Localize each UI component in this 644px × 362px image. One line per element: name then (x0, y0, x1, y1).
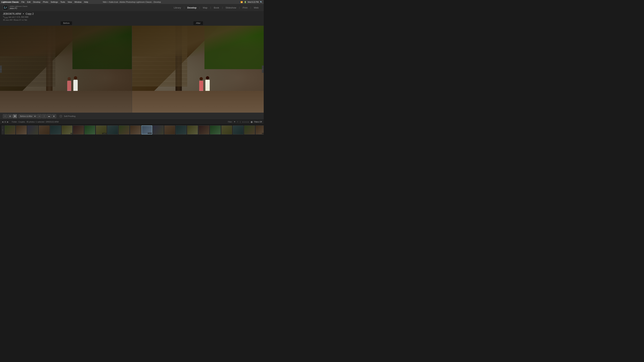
menu-help[interactable]: Help (84, 1, 88, 3)
film-thumb-15[interactable] (164, 125, 175, 134)
user-name: Jebin PJ (10, 7, 28, 9)
single-view-btn[interactable]: □ (3, 114, 7, 118)
left-panel-toggle[interactable]: ‹ (0, 65, 2, 73)
film-thumb-3[interactable] (27, 125, 38, 134)
after-label: After (194, 21, 203, 25)
filmstrip-left-arrow[interactable]: ‹ (2, 125, 4, 134)
flag-filter[interactable]: ⚑ (234, 121, 236, 123)
soft-proofing-label: Soft Proofing (64, 115, 76, 117)
flag-rejected[interactable]: ⚐ (237, 121, 238, 123)
film-thumb-14[interactable] (153, 125, 164, 134)
film-thumb-8[interactable] (84, 125, 95, 134)
filmstrip-next-btn[interactable]: ▶ (7, 121, 8, 123)
menu-develop[interactable]: Develop (33, 1, 40, 3)
film-thumb-17[interactable] (187, 125, 198, 134)
filmstrip-prev-btn[interactable]: ◀ (2, 121, 3, 123)
panel-labels: Before After (0, 21, 264, 26)
module-map[interactable]: Map (201, 5, 210, 10)
folder-info: Folder : Couples 85 photos / 1 selected … (12, 121, 59, 123)
before-panel (0, 26, 132, 113)
film-thumb-4[interactable] (39, 125, 50, 134)
menu-settings[interactable]: Settings (51, 1, 58, 3)
film-thumb-5[interactable] (50, 125, 61, 134)
film-thumb-22[interactable] (244, 125, 255, 134)
film-thumb-9[interactable]: 2 of 3 (96, 125, 107, 134)
battery-icon: 🔋 (244, 1, 246, 3)
filters-off-label: Filters Off (254, 121, 262, 123)
filter-controls: Filter: ⚑ ⚐ | ★★★★★ ⬤ Filters Off (228, 121, 262, 123)
search-icon[interactable]: 🔍 (260, 1, 262, 3)
film-thumb-10[interactable] (107, 125, 118, 134)
film-thumb-16[interactable] (176, 125, 186, 134)
layout-split-v-btn[interactable]: ▮ (52, 114, 56, 118)
exif-shutter: 1/1000 sec at ƒ / 2.5, ISO 800 (3, 15, 261, 19)
module-library[interactable]: Library (172, 5, 183, 10)
menu-photo[interactable]: Photo (43, 1, 48, 3)
film-thumb-21[interactable] (233, 125, 244, 134)
star-rating-filter[interactable]: ★★★★★ (242, 121, 249, 123)
badge-2of3: 2 of 3 (102, 133, 106, 134)
menu-file[interactable]: File (21, 1, 25, 3)
layout-split-h-btn[interactable]: ▬ (47, 114, 51, 118)
menu-edit[interactable]: Edit (27, 1, 30, 3)
menu-window[interactable]: Window (74, 1, 82, 3)
film-thumb-selected[interactable]: 2 of 2 (142, 125, 152, 134)
compare-view-btn[interactable]: ⊞ (13, 114, 17, 118)
module-book[interactable]: Book (212, 5, 221, 10)
system-icons: 📶 🔋 Wed 6:22 PM 🔍 (240, 1, 262, 3)
film-thumb-12[interactable] (130, 125, 141, 134)
film-thumb-19[interactable] (210, 125, 221, 134)
before-label: Before (61, 21, 72, 25)
film-thumb-1[interactable] (4, 125, 16, 134)
filter-label: Filter: (228, 121, 232, 123)
filmstrip-bar: ◀ ⊞ ▶ Folder : Couples 85 photos / 1 sel… (0, 119, 264, 124)
menu-view[interactable]: View (68, 1, 72, 3)
filmstrip-grid-btn[interactable]: ⊞ (4, 121, 6, 123)
window-title: Nitin + Katie.lrcat - Adobe Photoshop Li… (103, 0, 161, 4)
menu-tools[interactable]: Tools (60, 1, 65, 3)
compare-group: Before & After ▭ | ▬ ▮ (18, 114, 56, 118)
lr-logo: Lr Adobe Lightroom Classic Jebin PJ (3, 5, 28, 10)
lr-logo-box: Lr (3, 5, 8, 10)
film-thumb-7[interactable] (73, 125, 84, 134)
color-filter[interactable]: ⬤ (251, 121, 253, 123)
image-filename: JEB03676.ARW • Copy 2 (3, 12, 261, 15)
layout-horiz-btn[interactable]: ▭ (37, 114, 42, 118)
after-panel (132, 26, 264, 113)
badge-2of2: 2 of 2 (148, 133, 152, 134)
ground-after (132, 91, 264, 113)
right-panel-toggle[interactable]: › (262, 65, 264, 73)
before-photo (0, 26, 132, 113)
filmstrip: ‹ 2 2 of 3 2 of 2 (0, 124, 264, 135)
menu-bar: Lightroom Classic Nitin + Katie.lrcat - … (0, 0, 264, 4)
brand-name: Adobe Lightroom Classic (10, 5, 28, 7)
app-info: Adobe Lightroom Classic Jebin PJ (10, 5, 28, 9)
wifi-icon: 📶 (240, 1, 243, 3)
roof-before (0, 26, 132, 56)
module-web[interactable]: Web (252, 5, 261, 10)
film-thumb-11[interactable] (118, 125, 130, 134)
ground-before (0, 91, 132, 113)
module-develop[interactable]: Develop (185, 5, 199, 10)
layout-vert-btn[interactable]: | (42, 114, 46, 118)
app-name: Lightroom Classic (2, 1, 19, 3)
compare-select[interactable]: Before & After (18, 114, 36, 118)
film-thumb-20[interactable] (221, 125, 232, 134)
badge-last: 2 of 3 (262, 133, 264, 134)
film-thumb-2[interactable] (16, 125, 27, 134)
after-photo (132, 26, 264, 113)
film-thumb-6[interactable]: 2 (62, 125, 72, 134)
filmstrip-nav-controls: ◀ ⊞ ▶ (2, 121, 8, 123)
module-print[interactable]: Print (240, 5, 250, 10)
filter-divider: | (240, 121, 240, 123)
soft-proofing-checkbox[interactable] (60, 115, 62, 117)
image-info: JEB03676.ARW • Copy 2 1/1000 sec at ƒ / … (0, 11, 264, 21)
module-slideshow[interactable]: Slideshow (223, 5, 238, 10)
soft-proofing-group: Soft Proofing (60, 115, 76, 117)
top-nav: Lr Adobe Lightroom Classic Jebin PJ Libr… (0, 4, 264, 11)
film-thumb-23[interactable]: 2 of 3 (256, 125, 264, 134)
grid-view-btn[interactable]: ▤ (8, 114, 12, 118)
toolbar: □ ▤ ⊞ Before & After ▭ | ▬ ▮ Soft Proofi… (0, 113, 264, 119)
film-thumb-18[interactable] (198, 125, 209, 134)
module-nav: Library | Develop | Map | Book | Slidesh… (172, 5, 261, 10)
